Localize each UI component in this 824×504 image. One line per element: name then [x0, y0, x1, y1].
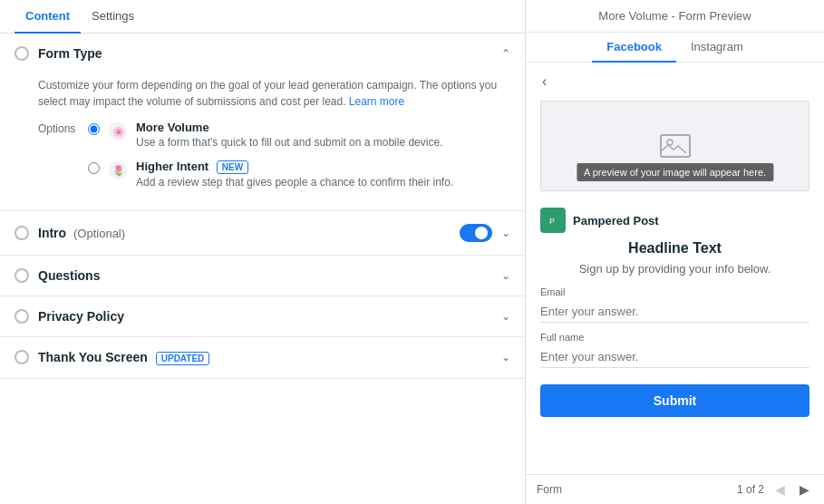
intro-toggle[interactable]	[460, 224, 492, 242]
preview-content: ‹ A preview of your image will appear he…	[526, 63, 824, 474]
section-circle-intro	[15, 226, 29, 240]
section-privacy-policy-header[interactable]: Privacy Policy ⌄	[0, 296, 525, 336]
fullname-field-input[interactable]	[540, 346, 809, 368]
option-more-volume-subtitle: Use a form that's quick to fill out and …	[136, 136, 442, 149]
form-field-fullname: Full name	[540, 332, 809, 368]
higher-intent-icon: 🌷	[107, 160, 129, 181]
section-questions: Questions ⌄	[0, 256, 525, 296]
preview-footer: Form 1 of 2 ◀ ▶	[526, 474, 824, 504]
preview-image-box: A preview of your image will appear here…	[540, 101, 809, 191]
chevron-down-icon-questions: ⌄	[501, 269, 510, 282]
option-higher-intent-subtitle: Add a review step that gives people a ch…	[136, 176, 453, 189]
svg-text:P: P	[549, 217, 555, 226]
intro-toggle-container	[460, 224, 492, 242]
footer-pagination: 1 of 2 ◀ ▶	[737, 480, 813, 499]
form-field-email: Email	[540, 286, 809, 323]
option-more-volume: 🌸 More Volume Use a form that's quick to…	[88, 121, 453, 149]
brand-icon: P	[540, 208, 566, 233]
fullname-field-label: Full name	[540, 332, 809, 343]
options-list: 🌸 More Volume Use a form that's quick to…	[88, 121, 453, 189]
option-higher-intent-text: Higher Intent NEW Add a review step that…	[136, 160, 453, 189]
chevron-down-icon-intro: ⌄	[501, 227, 510, 239]
section-intro-header[interactable]: Intro (Optional) ⌄	[0, 211, 525, 255]
section-circle-thankyou	[15, 350, 29, 364]
right-panel: More Volume - Form Preview Facebook Inst…	[526, 0, 824, 504]
learn-more-link[interactable]: Learn more	[349, 95, 404, 108]
more-volume-icon: 🌸	[107, 121, 129, 142]
tab-settings[interactable]: Settings	[81, 0, 145, 34]
tab-content[interactable]: Content	[15, 0, 81, 34]
new-badge: NEW	[217, 160, 248, 174]
page-next-button[interactable]: ▶	[796, 480, 813, 499]
section-title-form-type: Form Type	[38, 46, 501, 61]
chevron-up-icon: ⌃	[501, 47, 510, 60]
section-circle-questions	[15, 268, 29, 283]
svg-text:🌷: 🌷	[112, 164, 125, 177]
svg-rect-4	[661, 135, 690, 157]
email-field-label: Email	[540, 286, 809, 297]
option-higher-intent: 🌷 Higher Intent NEW Add a review step th…	[88, 160, 453, 189]
page-prev-button[interactable]: ◀	[771, 480, 789, 499]
section-title-questions: Questions	[38, 268, 501, 283]
tabs-bar: Content Settings	[0, 0, 525, 34]
preview-tab-facebook[interactable]: Facebook	[592, 33, 676, 63]
form-type-body: Customize your form depending on the goa…	[0, 73, 525, 210]
option-higher-intent-title: Higher Intent NEW	[136, 160, 453, 174]
section-form-type-header[interactable]: Form Type ⌃	[0, 34, 525, 73]
intro-optional-label: (Optional)	[73, 227, 125, 240]
form-subtext: Sign up by providing your info below.	[540, 262, 809, 276]
section-title-thankyou: Thank You Screen UPDATED	[38, 350, 501, 365]
preview-header: More Volume - Form Preview	[526, 0, 824, 33]
section-thank-you-header[interactable]: Thank You Screen UPDATED ⌄	[0, 337, 525, 378]
preview-nav: ‹	[526, 63, 824, 101]
section-thank-you: Thank You Screen UPDATED ⌄	[0, 337, 525, 379]
options-label: Options	[38, 121, 88, 135]
preview-tabs: Facebook Instagram	[526, 33, 824, 63]
option-more-volume-radio[interactable]	[88, 123, 100, 135]
email-field-input[interactable]	[540, 301, 809, 323]
updated-badge: UPDATED	[156, 352, 210, 365]
left-panel: Content Settings Form Type ⌃ Customize y…	[0, 0, 526, 504]
preview-back-button[interactable]: ‹	[535, 70, 554, 93]
section-title-intro: Intro (Optional)	[38, 226, 460, 240]
content-area: Form Type ⌃ Customize your form dependin…	[0, 34, 525, 504]
svg-text:🌸: 🌸	[112, 125, 125, 138]
section-circle-form-type	[15, 46, 29, 61]
page-indicator: 1 of 2	[737, 483, 764, 496]
section-intro: Intro (Optional) ⌄	[0, 211, 525, 256]
section-questions-header[interactable]: Questions ⌄	[0, 256, 525, 296]
image-placeholder-text: A preview of your image will appear here…	[577, 163, 773, 181]
options-row: Options 🌸 More	[38, 121, 510, 189]
preview-form-body: P Pampered Post Headline Text Sign up by…	[526, 200, 824, 424]
chevron-down-icon-privacy: ⌄	[501, 310, 510, 323]
footer-form-label: Form	[537, 483, 562, 496]
form-type-description: Customize your form depending on the goa…	[38, 77, 510, 110]
submit-button[interactable]: Submit	[540, 384, 809, 417]
preview-tab-instagram[interactable]: Instagram	[676, 33, 758, 63]
image-placeholder-icon	[657, 128, 693, 164]
section-circle-privacy	[15, 309, 29, 324]
section-privacy-policy: Privacy Policy ⌄	[0, 296, 525, 337]
intro-toggle-slider	[460, 224, 492, 242]
option-more-volume-title: More Volume	[136, 121, 442, 134]
section-form-type: Form Type ⌃ Customize your form dependin…	[0, 34, 525, 211]
section-title-privacy: Privacy Policy	[38, 309, 501, 324]
brand-row: P Pampered Post	[540, 208, 809, 233]
option-more-volume-text: More Volume Use a form that's quick to f…	[136, 121, 442, 149]
chevron-down-icon-thankyou: ⌄	[501, 351, 510, 363]
brand-name: Pampered Post	[573, 214, 659, 228]
option-higher-intent-radio[interactable]	[88, 162, 100, 174]
form-headline: Headline Text	[540, 240, 809, 257]
